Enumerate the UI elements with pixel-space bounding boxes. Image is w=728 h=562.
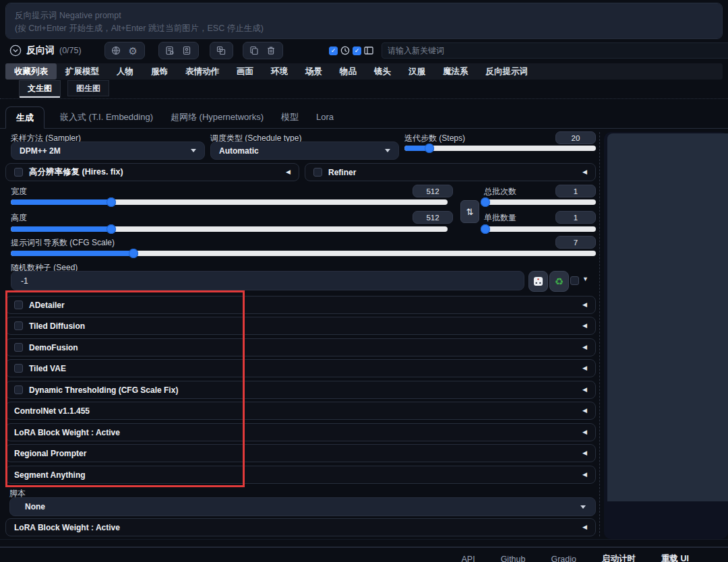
reuse-seed-button[interactable]: ♻: [549, 271, 569, 292]
tab-expression[interactable]: 表情动作: [177, 63, 228, 80]
stable-diffusion-webui: 反向词 (0/75) ⚙: [0, 0, 728, 562]
toolbar-group-4: [243, 42, 283, 59]
footer-link-api[interactable]: API: [461, 555, 475, 562]
tab-txt2img[interactable]: 文生图: [19, 80, 61, 96]
trash-icon[interactable]: [263, 44, 280, 57]
tab-character[interactable]: 人物: [108, 63, 142, 80]
panel-layout-icon[interactable]: [363, 45, 374, 56]
main-tabs: 生成 嵌入式 (T.I. Embedding) 超网络 (Hypernetwor…: [0, 106, 728, 129]
tab-clothing[interactable]: 服饰: [142, 63, 177, 80]
keyword-option-checkbox-1[interactable]: ✓: [329, 46, 338, 55]
collapse-left-icon[interactable]: ◀: [582, 408, 587, 414]
batch-count-input[interactable]: [555, 185, 596, 197]
extension-accordion-controlnet[interactable]: ControlNet v1.1.455 ◀: [5, 402, 596, 420]
notes-icon[interactable]: [162, 44, 179, 57]
footer-startup-timer[interactable]: 启动计时: [602, 553, 636, 562]
height-slider[interactable]: [11, 226, 448, 232]
dynamic-thresholding-checkbox[interactable]: [14, 385, 23, 394]
dotted-divider: [0, 98, 728, 99]
seed-extra-caret-icon[interactable]: ▼: [582, 276, 588, 282]
tab-model[interactable]: 模型: [272, 106, 307, 128]
extension-accordion-tiled-vae[interactable]: Tiled VAE ◀: [5, 359, 596, 377]
footer-link-github[interactable]: Github: [501, 555, 526, 562]
extension-accordion-adetailer[interactable]: ADetailer ◀: [5, 296, 596, 314]
tiled-vae-checkbox[interactable]: [14, 364, 23, 373]
height-input[interactable]: [413, 211, 453, 224]
sampler-dropdown[interactable]: DPM++ 2M: [11, 142, 205, 160]
id-card-icon[interactable]: [179, 44, 195, 57]
seed-extra-checkbox[interactable]: [570, 276, 579, 285]
collapse-left-icon[interactable]: ◀: [582, 323, 587, 329]
new-keyword-input[interactable]: [382, 42, 728, 59]
cfg-input[interactable]: [555, 236, 596, 249]
batch-size-input[interactable]: [555, 211, 596, 224]
gear-icon[interactable]: ⚙: [125, 44, 142, 57]
extension-accordion-dynamic-thresholding[interactable]: Dynamic Thresholding (CFG Scale Fix) ◀: [5, 381, 596, 399]
footer-reload-ui[interactable]: 重载 UI: [661, 553, 689, 562]
tab-picture[interactable]: 画面: [228, 63, 262, 80]
refiner-checkbox[interactable]: [313, 168, 322, 177]
globe-icon[interactable]: [108, 44, 125, 57]
collapse-left-icon[interactable]: ◀: [582, 169, 587, 175]
keyword-option-checkbox-2[interactable]: ✓: [353, 46, 361, 55]
tab-img2img[interactable]: 图生图: [67, 80, 109, 96]
tab-lora[interactable]: Lora: [307, 106, 342, 128]
batch-size-slider[interactable]: [484, 226, 596, 232]
extension-accordion-segment-anything[interactable]: Segment Anything ◀: [5, 466, 596, 484]
tab-scene[interactable]: 场景: [297, 63, 331, 80]
extension-accordion-lora-block-weight[interactable]: LoRA Block Weight : Active ◀: [5, 423, 596, 441]
copy-icon[interactable]: [246, 44, 263, 57]
prompt-toolbar: 反向词 (0/75) ⚙: [5, 42, 723, 59]
collapse-left-icon[interactable]: ◀: [582, 472, 587, 478]
collapse-left-icon[interactable]: ◀: [582, 302, 587, 308]
cfg-slider[interactable]: [11, 251, 596, 256]
extension-accordion-demofusion[interactable]: DemoFusion ◀: [5, 338, 596, 356]
demofusion-checkbox[interactable]: [14, 343, 23, 352]
tab-hypernetworks[interactable]: 超网络 (Hypernetworks): [162, 106, 272, 128]
batch-count-slider[interactable]: [484, 199, 596, 205]
tab-embedding[interactable]: 嵌入式 (T.I. Embedding): [51, 106, 162, 128]
collapse-left-icon[interactable]: ◀: [286, 169, 291, 175]
hires-fix-checkbox[interactable]: [14, 168, 23, 177]
negative-prompt-input[interactable]: [5, 3, 723, 39]
history-clock-icon[interactable]: [340, 45, 351, 56]
collapse-left-icon[interactable]: ◀: [582, 450, 587, 456]
tab-generate[interactable]: 生成: [5, 106, 44, 129]
steps-input[interactable]: [555, 131, 596, 144]
adetailer-checkbox[interactable]: [14, 301, 23, 309]
translate-icon[interactable]: [213, 44, 230, 57]
collapse-left-icon[interactable]: ◀: [582, 524, 587, 530]
section-title: 反向词: [26, 44, 55, 57]
seed-input[interactable]: [11, 271, 524, 290]
steps-slider[interactable]: [404, 146, 596, 151]
extension-accordion-tiled-diffusion[interactable]: Tiled Diffusion ◀: [5, 317, 596, 335]
footer: API Github Gradio 启动计时 重载 UI: [0, 553, 728, 562]
batch-size-label: 单批数量: [484, 212, 516, 224]
collapse-left-icon[interactable]: ◀: [582, 387, 587, 393]
width-slider[interactable]: [11, 199, 448, 205]
tab-lens[interactable]: 镜头: [365, 63, 400, 80]
collapse-left-icon[interactable]: ◀: [582, 365, 587, 371]
tab-object[interactable]: 物品: [331, 63, 365, 80]
swap-dimensions-button[interactable]: ⇅: [460, 200, 479, 223]
tab-hanfu[interactable]: 汉服: [400, 63, 434, 80]
footer-link-gradio[interactable]: Gradio: [551, 555, 576, 562]
hires-fix-accordion[interactable]: 高分辨率修复 (Hires. fix) ◀: [5, 163, 299, 181]
dice-icon: [533, 276, 543, 286]
tab-environment[interactable]: 环境: [262, 63, 297, 80]
collapse-left-icon[interactable]: ◀: [582, 344, 587, 350]
refiner-accordion[interactable]: Refiner ◀: [305, 163, 596, 181]
schedule-dropdown[interactable]: Automatic: [210, 142, 399, 160]
tab-favorites[interactable]: 收藏列表: [5, 63, 57, 80]
random-seed-dice-button[interactable]: [528, 271, 548, 292]
tab-extension-models[interactable]: 扩展模型: [57, 63, 108, 80]
tab-negative-tags[interactable]: 反向提示词: [477, 63, 537, 80]
script-dropdown[interactable]: None: [9, 497, 596, 516]
collapse-circle-icon[interactable]: [9, 44, 22, 57]
collapse-left-icon[interactable]: ◀: [582, 429, 587, 435]
lora-block-weight-accordion[interactable]: LoRA Block Weight : Active ◀: [5, 518, 596, 536]
width-input[interactable]: [413, 185, 453, 197]
tiled-diffusion-checkbox[interactable]: [14, 321, 23, 330]
extension-accordion-regional-prompter[interactable]: Regional Prompter ◀: [5, 444, 596, 462]
tab-magic[interactable]: 魔法系: [434, 63, 477, 80]
